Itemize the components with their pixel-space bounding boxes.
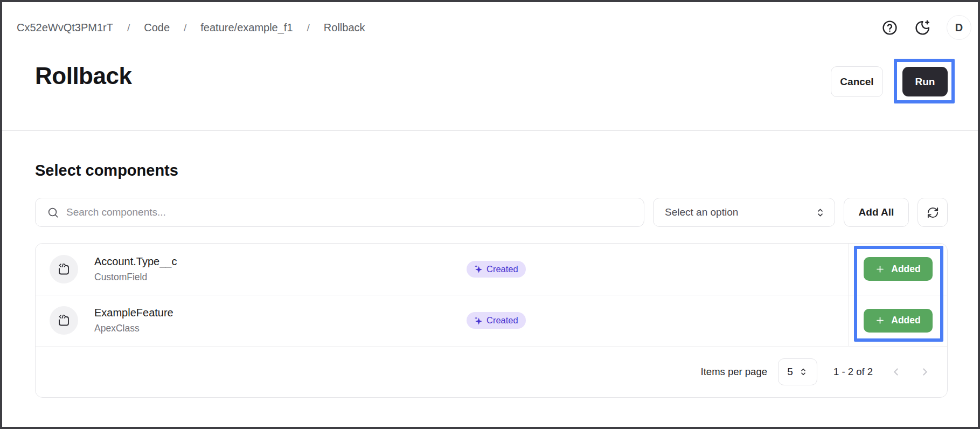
breadcrumb-item-org[interactable]: Cx52eWvQt3PM1rT — [17, 22, 113, 34]
breadcrumb-separator: / — [307, 22, 310, 34]
table-row: Account.Type__c CustomField Created — [36, 244, 947, 295]
component-type-icon — [50, 255, 78, 283]
items-per-page-label: Items per page — [701, 366, 767, 378]
added-toggle-button[interactable]: Added — [864, 257, 933, 281]
previous-page-button[interactable] — [887, 363, 905, 381]
topbar-actions: D — [881, 15, 971, 40]
dark-mode-button[interactable] — [914, 19, 931, 36]
refresh-icon — [927, 206, 939, 219]
status-badge: Created — [467, 261, 526, 278]
search-icon — [47, 206, 59, 219]
status-cell: Created — [467, 244, 848, 295]
app-window: Cx52eWvQt3PM1rT / Code / feature/example… — [0, 0, 980, 429]
section-heading: Select components — [35, 162, 178, 179]
chevrons-up-down-icon — [815, 207, 826, 218]
page-size-value: 5 — [787, 366, 793, 378]
user-avatar[interactable]: D — [947, 15, 971, 40]
breadcrumb-separator: / — [127, 22, 130, 34]
component-labels: Account.Type__c CustomField — [94, 255, 177, 283]
pagination-bar: Items per page 5 1 - 2 of 2 — [36, 347, 947, 397]
help-icon — [881, 19, 898, 36]
table-row: ExampleFeature ApexClass Created — [36, 295, 947, 347]
component-cell: Account.Type__c CustomField — [36, 244, 467, 295]
run-button[interactable]: Run — [902, 67, 948, 96]
avatar-initial: D — [955, 22, 963, 34]
added-button-label: Added — [891, 264, 920, 275]
breadcrumb-separator: / — [184, 22, 186, 34]
moon-plus-icon — [914, 19, 931, 36]
search-box — [35, 198, 644, 227]
header-divider — [2, 130, 978, 131]
added-toggle-button[interactable]: Added — [864, 309, 933, 333]
breadcrumb-item-branch[interactable]: feature/example_f1 — [200, 22, 293, 34]
component-labels: ExampleFeature ApexClass — [94, 307, 173, 334]
status-badge: Created — [467, 312, 526, 329]
cancel-button[interactable]: Cancel — [831, 66, 883, 97]
help-button[interactable] — [881, 19, 898, 36]
components-table: Account.Type__c CustomField Created — [35, 243, 948, 398]
plus-icon — [875, 264, 885, 274]
pagination-range: 1 - 2 of 2 — [833, 366, 873, 378]
next-page-button[interactable] — [916, 363, 934, 381]
action-cell: Added — [848, 244, 947, 295]
filter-select[interactable]: Select an option — [653, 198, 835, 227]
action-cell: Added — [848, 295, 947, 347]
component-type: ApexClass — [94, 323, 173, 334]
sparkles-icon — [474, 316, 483, 325]
add-all-button[interactable]: Add All — [844, 198, 909, 227]
status-badge-label: Created — [486, 264, 518, 274]
search-input[interactable] — [66, 206, 634, 218]
refresh-button[interactable] — [918, 198, 948, 227]
component-type: CustomField — [94, 272, 177, 283]
chevrons-up-down-icon — [798, 367, 808, 377]
breadcrumb-item-code[interactable]: Code — [144, 22, 170, 34]
page-title: Rollback — [35, 63, 131, 89]
chevron-left-icon — [889, 365, 903, 379]
filter-select-value: Select an option — [665, 206, 738, 218]
component-name: Account.Type__c — [94, 255, 177, 268]
components-toolbar: Select an option Add All — [35, 198, 948, 227]
chevron-right-icon — [918, 365, 932, 379]
status-cell: Created — [467, 295, 848, 347]
breadcrumb: Cx52eWvQt3PM1rT / Code / feature/example… — [17, 22, 365, 34]
status-badge-label: Created — [486, 315, 518, 326]
breadcrumb-item-rollback[interactable]: Rollback — [324, 22, 365, 34]
component-cell: ExampleFeature ApexClass — [36, 295, 467, 347]
component-name: ExampleFeature — [94, 307, 173, 319]
page-size-select[interactable]: 5 — [778, 358, 817, 385]
plus-icon — [875, 315, 885, 326]
added-button-label: Added — [891, 315, 920, 326]
component-type-icon — [50, 306, 78, 335]
sparkles-icon — [474, 265, 483, 273]
